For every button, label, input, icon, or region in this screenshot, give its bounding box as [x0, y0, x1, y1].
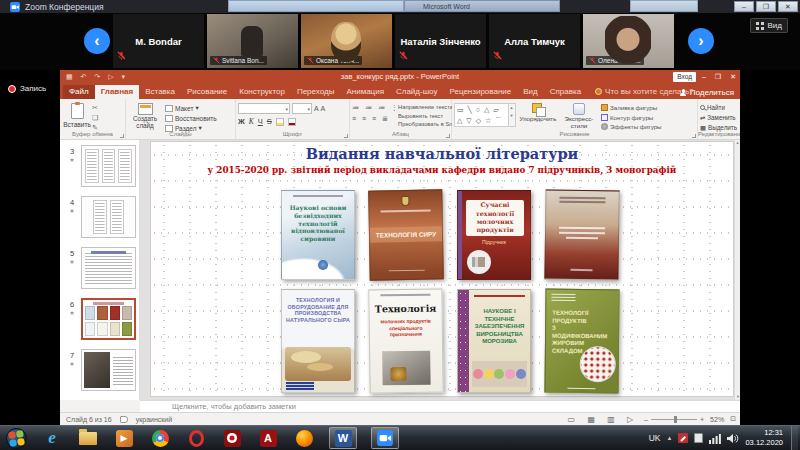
- action-center-icon[interactable]: [678, 433, 688, 443]
- copy-icon[interactable]: ❏: [92, 114, 98, 122]
- zoom-slider[interactable]: – +: [644, 416, 704, 423]
- tab-review[interactable]: Рецензирование: [443, 85, 517, 99]
- tab-help[interactable]: Справка: [544, 85, 587, 99]
- font-size-combobox[interactable]: ▾: [292, 103, 312, 114]
- chrome-icon[interactable]: [149, 427, 171, 449]
- participant-tile-olena[interactable]: Олена Оноп...: [583, 14, 674, 68]
- shape-outline-button[interactable]: Контур фигуры: [601, 114, 665, 121]
- slide-thumbnail-4[interactable]: 4★: [60, 194, 139, 245]
- dialog-launcher-icon[interactable]: [120, 134, 124, 138]
- speaker-icon[interactable]: [727, 433, 739, 444]
- replace-button[interactable]: ⇄Заменить: [700, 114, 738, 121]
- arrange-button[interactable]: Упорядочить: [519, 101, 557, 130]
- network-icon[interactable]: [709, 433, 721, 444]
- sign-in-button[interactable]: Вход: [673, 72, 696, 82]
- dialog-launcher-icon[interactable]: [692, 134, 696, 138]
- book-cover-7[interactable]: НАУКОВЕ І ТЕХНІЧНЕ ЗАБЕЗПЕЧЕННЯ ВИРОБНИЦ…: [457, 289, 531, 393]
- convert-smartart-button[interactable]: Преобразовать в SmartArt: [398, 121, 452, 127]
- internet-explorer-icon[interactable]: e: [41, 427, 63, 449]
- zoom-percentage[interactable]: 52%: [710, 416, 724, 423]
- tab-draw[interactable]: Рисование: [181, 85, 233, 99]
- book-cover-2[interactable]: ТЕХНОЛОГІЯ СИРУ: [368, 189, 444, 280]
- list-buttons-row[interactable]: ≔ ≔ ≔ ⋮: [352, 104, 400, 111]
- zoom-in-icon[interactable]: +: [700, 416, 704, 423]
- acrobat-icon[interactable]: A: [257, 427, 279, 449]
- underline-button[interactable]: Ч: [258, 117, 263, 126]
- fit-to-window-icon[interactable]: ⊡: [730, 415, 736, 423]
- tab-transitions[interactable]: Переходы: [291, 85, 341, 99]
- file-explorer-icon[interactable]: [77, 427, 99, 449]
- tray-app-icon[interactable]: [694, 433, 703, 443]
- notes-pane[interactable]: Щелкните, чтобы добавить заметки: [140, 400, 740, 412]
- shapes-gallery[interactable]: ▭ ╲ ○ △ ▱ △ ▽ ◇ ☆ ⌒ ▲▼: [454, 103, 516, 127]
- shapes-scrollbar[interactable]: ▲▼: [508, 104, 515, 126]
- language-switcher[interactable]: UK: [649, 433, 661, 443]
- view-button[interactable]: Вид: [750, 18, 788, 33]
- clock[interactable]: 12:31 03.12.2020: [745, 428, 785, 448]
- show-desktop-button[interactable]: [791, 426, 798, 450]
- slide-subtitle[interactable]: у 2015-2020 рр. звітний період викладача…: [151, 165, 733, 175]
- previous-participants-button[interactable]: ‹: [84, 28, 110, 54]
- strikethrough-button[interactable]: S: [267, 117, 272, 126]
- start-button[interactable]: [5, 426, 29, 450]
- language-indicator[interactable]: украинский: [136, 416, 173, 423]
- book-cover-1[interactable]: Наукові основи безвідходних технологій в…: [281, 190, 355, 280]
- tab-view[interactable]: Вид: [517, 85, 543, 99]
- font-color-button[interactable]: [288, 118, 296, 126]
- tray-expand-icon[interactable]: ▲: [667, 435, 673, 441]
- media-player-icon[interactable]: ▶: [113, 427, 135, 449]
- text-direction-button[interactable]: Направление текста: [398, 104, 452, 110]
- slide-thumbnail-6-selected[interactable]: 6★: [60, 296, 139, 347]
- shape-fill-button[interactable]: Заливка фигуры: [601, 104, 665, 111]
- font-name-combobox[interactable]: ▾: [238, 103, 290, 114]
- book-cover-5[interactable]: ТЕХНОЛОГИЯ И ОБОРУДОВАНИЕ ДЛЯ ПРОИЗВОДСТ…: [281, 289, 355, 393]
- align-text-button[interactable]: Выровнять текст: [398, 113, 452, 119]
- book-cover-4[interactable]: [544, 189, 619, 280]
- opera-icon[interactable]: [185, 427, 207, 449]
- word-taskbar-button[interactable]: W: [329, 427, 357, 449]
- tab-insert[interactable]: Вставка: [139, 85, 181, 99]
- book-cover-3[interactable]: Сучасні технології молочних продуктів Пі…: [457, 190, 531, 280]
- new-slide-button[interactable]: Создать слайд: [128, 101, 162, 130]
- zoom-taskbar-button[interactable]: [371, 427, 399, 449]
- italic-button[interactable]: К: [249, 117, 254, 126]
- zoom-out-icon[interactable]: –: [644, 416, 648, 423]
- shape-effects-button[interactable]: Эффекты фигуры: [601, 123, 665, 130]
- bold-button[interactable]: Ж: [238, 117, 245, 126]
- share-button[interactable]: Поделиться: [680, 88, 734, 97]
- ppt-close-button[interactable]: ✕: [730, 70, 736, 83]
- quick-styles-button[interactable]: Экспресс-стили: [560, 101, 598, 130]
- slide-scrollbar[interactable]: ▲▼: [734, 140, 740, 400]
- spellcheck-icon[interactable]: [120, 416, 128, 423]
- participant-tile-natalia[interactable]: Наталія Зінченко: [395, 14, 486, 68]
- align-buttons-row[interactable]: ≡ ≡ ≡ ≣: [352, 115, 390, 122]
- slide-canvas[interactable]: Видання навчальної літератури у 2015-202…: [150, 141, 734, 397]
- grow-shrink-font-buttons[interactable]: А А: [314, 105, 325, 112]
- restore-button[interactable]: ❐: [756, 1, 776, 12]
- tab-slideshow[interactable]: Слайд-шоу: [390, 85, 443, 99]
- close-button[interactable]: ✕: [778, 1, 798, 12]
- paragraph-buttons[interactable]: ≔ ≔ ≔ ⋮ ≡ ≡ ≡ ≣: [352, 103, 398, 130]
- slide-thumbnail-7[interactable]: 7★: [60, 347, 139, 398]
- zoom-slider-thumb[interactable]: [674, 416, 677, 423]
- layout-button[interactable]: Макет▾: [165, 104, 217, 112]
- tab-file[interactable]: Файл: [63, 85, 95, 99]
- book-cover-6[interactable]: Технологія молочних продуктів спеціально…: [368, 288, 443, 393]
- recording-indicator[interactable]: Запись: [8, 84, 46, 93]
- reset-button[interactable]: Восстановить: [165, 115, 217, 122]
- slide-title[interactable]: Видання навчальної літератури: [151, 145, 733, 162]
- cut-icon[interactable]: ✂: [92, 104, 98, 112]
- participant-tile-bondar[interactable]: M. Bondar: [113, 14, 204, 68]
- paste-button[interactable]: Вставить: [62, 101, 92, 130]
- camera-app-icon[interactable]: [221, 427, 243, 449]
- firefox-icon[interactable]: [293, 427, 315, 449]
- view-switcher-buttons[interactable]: ▭ ▦ ▥ ▷: [568, 415, 639, 424]
- dialog-launcher-icon[interactable]: [344, 134, 348, 138]
- minimize-button[interactable]: –: [734, 1, 754, 12]
- ppt-restore-button[interactable]: ❐: [715, 70, 721, 83]
- highlight-color-button[interactable]: [276, 118, 284, 126]
- participant-tile-svitlana[interactable]: Svitlana Bon...: [207, 14, 298, 68]
- tab-design[interactable]: Конструктор: [233, 85, 291, 99]
- tab-animations[interactable]: Анимация: [340, 85, 390, 99]
- book-cover-8[interactable]: ТЕХНОЛОГІЇ ПРОДУКТІВ З МОДИФІКОВАНИМ ЖИР…: [544, 289, 619, 394]
